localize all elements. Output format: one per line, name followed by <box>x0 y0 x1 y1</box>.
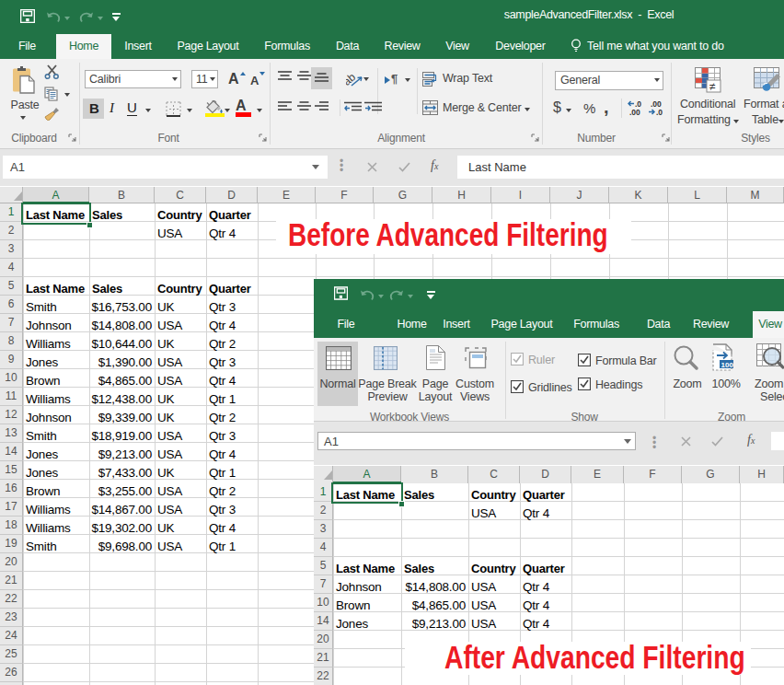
svg-text:100: 100 <box>721 361 734 369</box>
svg-text:.00: .00 <box>629 108 640 117</box>
svg-text:≠: ≠ <box>709 80 716 93</box>
svg-text:.0: .0 <box>656 108 663 117</box>
